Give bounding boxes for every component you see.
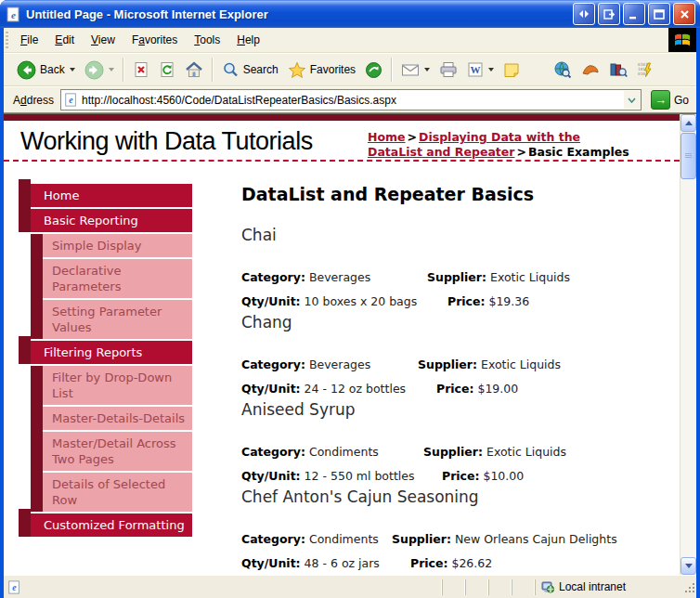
price-value: $26.62 — [451, 556, 492, 570]
supplier-label: Supplier: — [392, 532, 451, 546]
menubar-grip[interactable] — [6, 32, 8, 48]
sidebar-item-declarative-parameters[interactable]: Declarative Parameters — [43, 259, 192, 298]
address-dropdown-button[interactable] — [624, 91, 641, 109]
search-companion-button[interactable] — [577, 60, 604, 79]
stop-button[interactable] — [128, 59, 154, 80]
sidebar-item-basic-reporting[interactable]: Basic Reporting — [19, 209, 192, 232]
research-globe-button[interactable] — [549, 58, 577, 81]
supplier-value: New Orleans Cajun Delights — [455, 532, 617, 546]
refresh-icon — [159, 61, 175, 78]
refresh-button[interactable] — [154, 59, 180, 80]
discuss-note-icon — [503, 62, 520, 78]
go-button[interactable]: → Go — [647, 88, 693, 111]
resize-grip[interactable] — [682, 580, 696, 594]
status-panel — [442, 579, 465, 595]
edit-with-word-button[interactable]: W — [462, 59, 499, 80]
close-button[interactable] — [673, 3, 695, 25]
sidebar-subgroup-basic-reporting: Simple Display Declarative Parameters Se… — [31, 234, 192, 339]
category-value: Condiments — [309, 532, 379, 546]
stop-icon — [133, 61, 149, 78]
thumb-grip-icon — [685, 153, 692, 159]
zone-label: Local intranet — [559, 580, 626, 593]
mail-icon — [401, 62, 420, 77]
sidebar-item-filter-by-dropdown[interactable]: Filter by Drop-Down List — [43, 366, 192, 405]
category-value: Condiments — [309, 445, 379, 459]
address-input[interactable]: e http://localhost:4560/Code/DataListRep… — [60, 89, 642, 110]
scrollbar-track[interactable] — [681, 180, 696, 557]
menu-tools[interactable]: Tools — [186, 28, 228, 52]
product-detail-line: Qty/Unit: 24 - 12 oz bottles Price: $19.… — [241, 377, 672, 401]
address-url: http://localhost:4560/Code/DataListRepea… — [82, 94, 624, 107]
product-detail-line: Qty/Unit: 48 - 6 oz jars Price: $26.62 — [241, 552, 672, 575]
messenger-button[interactable]: 010110100101 — [632, 59, 658, 80]
qty-value: 10 boxes x 20 bags — [305, 294, 418, 308]
sidebar-item-home[interactable]: Home — [19, 184, 192, 207]
product-item: Aniseed Syrup Category: Condiments Suppl… — [241, 401, 672, 488]
sidebar-nav: Home Basic Reporting Simple Display Decl… — [19, 184, 192, 575]
category-value: Beverages — [309, 270, 370, 284]
supplier-label: Supplier: — [427, 270, 486, 284]
forward-icon — [84, 60, 104, 80]
scroll-down-button[interactable] — [681, 557, 696, 575]
product-detail-line: Category: Condiments Supplier: Exotic Li… — [241, 440, 672, 464]
sidebar-item-simple-display[interactable]: Simple Display — [43, 234, 192, 257]
supplier-label: Supplier: — [423, 445, 483, 459]
sidebar-item-filtering-reports[interactable]: Filtering Reports — [19, 341, 192, 364]
menu-help[interactable]: Help — [228, 28, 268, 52]
print-icon — [439, 61, 458, 78]
qty-label: Qty/Unit: — [241, 556, 301, 570]
page-ie-icon: e — [64, 93, 78, 107]
popout-window-button[interactable] — [598, 3, 620, 25]
arrow-down-icon — [685, 564, 693, 568]
product-item: Chang Category: Beverages Supplier: Exot… — [241, 314, 672, 401]
windows-flag-icon — [674, 32, 691, 47]
sidebar-item-details-of-selected-row[interactable]: Details of Selected Row — [43, 473, 192, 512]
qty-value: 12 - 550 ml bottles — [305, 469, 415, 483]
toolbar-separator — [123, 58, 124, 82]
library-research-button[interactable] — [604, 59, 632, 80]
back-button[interactable]: Back — [12, 58, 80, 82]
nav-tab-marker — [19, 179, 31, 207]
category-label: Category: — [241, 358, 305, 371]
category-label: Category: — [241, 445, 305, 459]
sidebar-item-master-detail-across[interactable]: Master/Detail Across Two Pages — [43, 432, 192, 471]
search-button[interactable]: Search — [217, 59, 283, 81]
window-title: Untitled Page - Microsoft Internet Explo… — [26, 7, 570, 21]
forward-button[interactable] — [80, 58, 119, 82]
home-button[interactable] — [180, 59, 208, 80]
scrollbar-thumb[interactable] — [681, 133, 696, 179]
sidebar-item-setting-parameter-values[interactable]: Setting Parameter Values — [43, 300, 192, 339]
maximize-button[interactable] — [648, 3, 670, 25]
price-label: Price: — [410, 556, 448, 570]
breadcrumb-current: Basic Examples — [528, 145, 629, 159]
mail-button[interactable] — [396, 60, 434, 79]
minimize-button[interactable] — [623, 3, 645, 25]
windows-logo-throbber — [668, 28, 696, 52]
menu-view[interactable]: View — [83, 28, 123, 52]
svg-text:e: e — [12, 582, 17, 592]
menu-favorites[interactable]: Favorites — [123, 28, 186, 52]
menu-edit[interactable]: Edit — [46, 28, 83, 52]
status-message-panel: e — [4, 580, 442, 594]
product-item: Chef Anton's Cajun Seasoning Category: C… — [241, 488, 672, 575]
globe-search-icon — [553, 60, 572, 79]
pan-window-button[interactable] — [573, 3, 595, 25]
favorites-button[interactable]: Favorites — [283, 59, 360, 81]
discuss-button[interactable] — [499, 60, 525, 80]
breadcrumb: Home>Displaying Data with the DataList a… — [368, 127, 639, 160]
menu-file[interactable]: File — [12, 28, 46, 52]
breadcrumb-link-home[interactable]: Home — [368, 130, 406, 144]
sidebar-item-customized-formatting[interactable]: Customized Formatting — [19, 514, 192, 537]
site-title: Working with Data Tutorials — [20, 127, 313, 160]
minimize-icon — [629, 9, 640, 20]
mail-caret-icon — [424, 68, 430, 72]
status-panel — [465, 579, 488, 595]
status-page-icon: e — [7, 580, 21, 594]
sidebar-item-master-details-details[interactable]: Master-Details-Details — [43, 407, 192, 430]
scroll-up-button[interactable] — [681, 114, 696, 132]
price-label: Price: — [442, 469, 480, 483]
print-button[interactable] — [434, 59, 462, 80]
category-label: Category: — [241, 532, 305, 546]
favorites-label: Favorites — [310, 63, 356, 76]
media-button[interactable] — [360, 59, 387, 81]
